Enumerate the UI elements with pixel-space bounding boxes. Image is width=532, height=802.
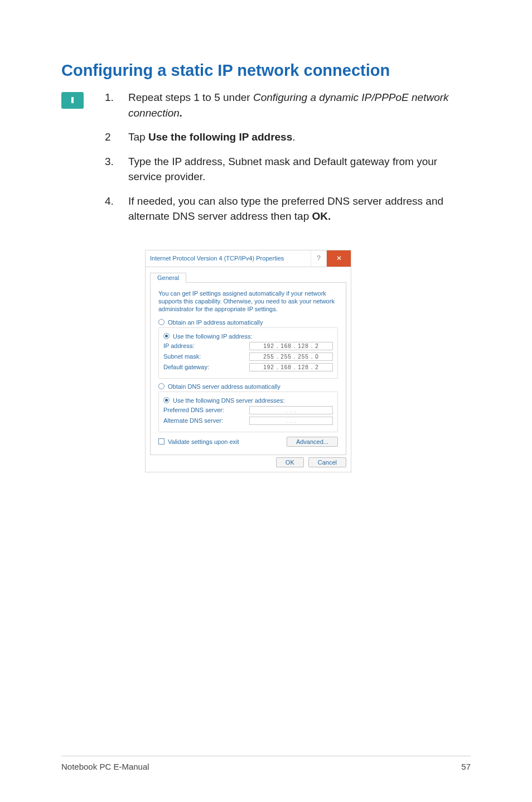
ui-label-bold: Use the following IP address	[148, 131, 292, 143]
step-number: 3.	[105, 154, 128, 185]
cancel-button[interactable]: Cancel	[308, 457, 346, 467]
step-text: If needed, you can also type the preferr…	[128, 194, 471, 224]
tab-panel-general: You can get IP settings assigned automat…	[150, 282, 346, 455]
radio-icon	[163, 397, 170, 403]
radio-label: Use the following DNS server addresses:	[173, 397, 285, 404]
dialog-title: Internet Protocol Version 4 (TCP/IPv4) P…	[150, 255, 284, 262]
step-text: Type the IP address, Subnet mask and Def…	[128, 154, 471, 185]
section-heading: Configuring a static IP network connecti…	[61, 61, 471, 80]
step-number: 2	[105, 129, 128, 145]
touch-gesture-icon	[61, 92, 84, 109]
dns-fields-group: Use the following DNS server addresses: …	[158, 392, 338, 432]
text-fragment: Repeat steps 1 to 5 under	[128, 91, 253, 103]
radio-icon	[158, 319, 165, 325]
page-footer: Notebook PC E-Manual 57	[61, 756, 471, 771]
radio-obtain-dns-auto[interactable]: Obtain DNS server address automatically	[158, 383, 338, 390]
subnet-mask-input[interactable]: 255 . 255 . 255 . 0	[249, 352, 333, 361]
dialog-description: You can get IP settings assigned automat…	[158, 289, 338, 313]
alternate-dns-input[interactable]: . . .	[249, 417, 333, 425]
alternate-dns-label: Alternate DNS server:	[163, 417, 223, 424]
preferred-dns-input[interactable]: . . .	[249, 406, 333, 414]
help-icon[interactable]: ?	[311, 250, 326, 267]
radio-use-dns-manual[interactable]: Use the following DNS server addresses:	[163, 397, 333, 404]
instruction-list: 1. Repeat steps 1 to 5 under Configuring…	[105, 90, 471, 233]
default-gateway-input[interactable]: 192 . 168 . 128 . 2	[249, 363, 333, 371]
radio-icon	[163, 333, 170, 339]
radio-obtain-ip-auto[interactable]: Obtain an IP address automatically	[158, 319, 338, 326]
advanced-button[interactable]: Advanced...	[287, 437, 338, 447]
ipv4-properties-dialog-screenshot: Internet Protocol Version 4 (TCP/IPv4) P…	[145, 250, 351, 472]
period-bold: .	[180, 107, 182, 119]
text-fragment: .	[292, 131, 295, 143]
step-2: 2 Tap Use the following IP address.	[105, 129, 471, 145]
tab-general[interactable]: General	[150, 273, 186, 283]
step-4: 4. If needed, you can also type the pref…	[105, 194, 471, 224]
ip-address-input[interactable]: 192 . 168 . 128 . 2	[249, 342, 333, 350]
step-text: Repeat steps 1 to 5 under Configuring a …	[128, 90, 471, 120]
step-3: 3. Type the IP address, Subnet mask and …	[105, 154, 471, 185]
dialog-body: General You can get IP settings assigned…	[145, 267, 351, 472]
step-number: 1.	[105, 90, 128, 120]
step-number: 4.	[105, 194, 128, 224]
radio-label: Obtain DNS server address automatically	[168, 383, 280, 390]
validate-checkbox-row[interactable]: Validate settings upon exit	[158, 438, 239, 445]
footer-title: Notebook PC E-Manual	[61, 762, 149, 771]
close-icon[interactable]: ✕	[326, 250, 351, 267]
preferred-dns-label: Preferred DNS server:	[163, 407, 224, 413]
ui-label-bold: OK.	[312, 210, 331, 222]
checkbox-icon	[158, 438, 165, 445]
radio-label: Obtain an IP address automatically	[168, 319, 263, 326]
checkbox-label: Validate settings upon exit	[168, 438, 239, 445]
dialog-titlebar: Internet Protocol Version 4 (TCP/IPv4) P…	[145, 250, 351, 267]
radio-icon	[158, 383, 165, 389]
radio-use-ip-manual[interactable]: Use the following IP address:	[163, 333, 333, 340]
subnet-mask-label: Subnet mask:	[163, 353, 201, 360]
step-1: 1. Repeat steps 1 to 5 under Configuring…	[105, 90, 471, 120]
text-fragment: If needed, you can also type the preferr…	[128, 195, 443, 223]
step-text: Tap Use the following IP address.	[128, 129, 471, 145]
radio-label: Use the following IP address:	[173, 333, 252, 340]
default-gateway-label: Default gateway:	[163, 364, 209, 370]
page-number: 57	[461, 762, 471, 771]
ip-address-label: IP address:	[163, 342, 194, 349]
ip-fields-group: Use the following IP address: IP address…	[158, 327, 338, 379]
text-fragment: Tap	[128, 131, 148, 143]
ok-button[interactable]: OK	[276, 457, 304, 467]
